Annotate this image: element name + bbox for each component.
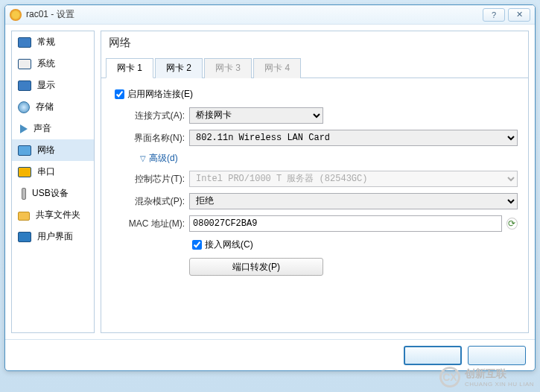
main-panel: 网络 网卡 1 网卡 2 网卡 3 网卡 4 启用网络连接(E) 连接方式(A)… bbox=[101, 31, 529, 333]
network-icon bbox=[18, 145, 31, 156]
sidebar-item-label: 串口 bbox=[37, 165, 55, 178]
tabs: 网卡 1 网卡 2 网卡 3 网卡 4 bbox=[101, 57, 528, 78]
adapter-type-select[interactable]: Intel PRO/1000 T 服务器 (82543GC) bbox=[189, 171, 518, 187]
sidebar: 常规 系统 显示 存储 声音 网络 串口 USB设备 共享文件夹 用户界面 bbox=[11, 31, 95, 333]
help-button[interactable]: ? bbox=[483, 8, 505, 22]
sidebar-item-network[interactable]: 网络 bbox=[12, 139, 94, 161]
folder-icon bbox=[18, 212, 30, 221]
sidebar-item-label: 网络 bbox=[37, 144, 55, 157]
interface-name-select[interactable]: 802.11n Wireless LAN Card bbox=[189, 130, 518, 146]
serial-icon bbox=[18, 167, 31, 177]
usb-icon bbox=[22, 188, 26, 200]
tab-adapter-2[interactable]: 网卡 2 bbox=[155, 58, 203, 78]
advanced-toggle[interactable]: 高级(d) bbox=[140, 152, 518, 165]
window-title: rac01 - 设置 bbox=[26, 8, 480, 21]
disk-icon bbox=[18, 101, 30, 113]
sidebar-item-serial[interactable]: 串口 bbox=[12, 161, 94, 183]
monitor-icon bbox=[18, 37, 31, 48]
sidebar-item-label: 常规 bbox=[37, 36, 55, 48]
sidebar-item-general[interactable]: 常规 bbox=[12, 31, 94, 53]
app-icon bbox=[10, 9, 22, 21]
mac-address-input[interactable] bbox=[189, 215, 502, 232]
sidebar-item-system[interactable]: 系统 bbox=[12, 53, 94, 75]
cable-connected-label: 接入网线(C) bbox=[205, 238, 253, 251]
form: 启用网络连接(E) 连接方式(A): 桥接网卡 界面名称(N): 802.11n… bbox=[101, 78, 528, 291]
enable-network-checkbox[interactable] bbox=[115, 89, 124, 99]
page-title: 网络 bbox=[101, 31, 528, 57]
cable-connected-checkbox[interactable] bbox=[192, 240, 202, 250]
sidebar-item-label: USB设备 bbox=[32, 187, 69, 200]
sidebar-item-usb[interactable]: USB设备 bbox=[12, 183, 94, 204]
titlebar: rac01 - 设置 ? ✕ bbox=[5, 5, 535, 25]
sidebar-item-shared[interactable]: 共享文件夹 bbox=[12, 204, 94, 226]
ui-icon bbox=[18, 232, 31, 242]
mac-label: MAC 地址(M): bbox=[125, 218, 185, 230]
display-icon bbox=[18, 80, 31, 91]
attach-label: 连接方式(A): bbox=[125, 110, 185, 122]
cancel-button[interactable] bbox=[468, 346, 526, 365]
sidebar-item-label: 用户界面 bbox=[37, 230, 73, 243]
sidebar-item-ui[interactable]: 用户界面 bbox=[12, 226, 94, 247]
adapter-label: 控制芯片(T): bbox=[125, 173, 185, 186]
sidebar-item-storage[interactable]: 存储 bbox=[12, 96, 94, 118]
port-forwarding-button[interactable]: 端口转发(P) bbox=[189, 258, 323, 276]
close-button[interactable]: ✕ bbox=[508, 8, 530, 22]
tab-adapter-3[interactable]: 网卡 3 bbox=[204, 58, 252, 78]
name-label: 界面名称(N): bbox=[125, 132, 185, 145]
sidebar-item-label: 共享文件夹 bbox=[36, 209, 80, 221]
sidebar-item-label: 系统 bbox=[37, 57, 55, 70]
sidebar-item-display[interactable]: 显示 bbox=[12, 75, 94, 96]
sidebar-item-label: 显示 bbox=[37, 79, 55, 92]
promiscuous-mode-select[interactable]: 拒绝 bbox=[189, 193, 518, 209]
settings-window: rac01 - 设置 ? ✕ 常规 系统 显示 存储 声音 网络 串口 USB设… bbox=[4, 4, 536, 371]
sidebar-item-label: 声音 bbox=[34, 122, 51, 135]
tab-adapter-1[interactable]: 网卡 1 bbox=[106, 58, 153, 78]
attach-mode-select[interactable]: 桥接网卡 bbox=[189, 107, 323, 124]
ok-button[interactable] bbox=[404, 346, 462, 365]
refresh-mac-icon[interactable]: ⟳ bbox=[506, 218, 518, 230]
sound-icon bbox=[20, 124, 28, 133]
sidebar-item-label: 存储 bbox=[36, 101, 54, 113]
chip-icon bbox=[18, 59, 31, 69]
tab-adapter-4[interactable]: 网卡 4 bbox=[253, 58, 301, 78]
enable-network-label: 启用网络连接(E) bbox=[127, 88, 193, 101]
sidebar-item-audio[interactable]: 声音 bbox=[12, 118, 94, 139]
footer bbox=[5, 339, 535, 370]
promisc-label: 混杂模式(P): bbox=[125, 195, 185, 208]
